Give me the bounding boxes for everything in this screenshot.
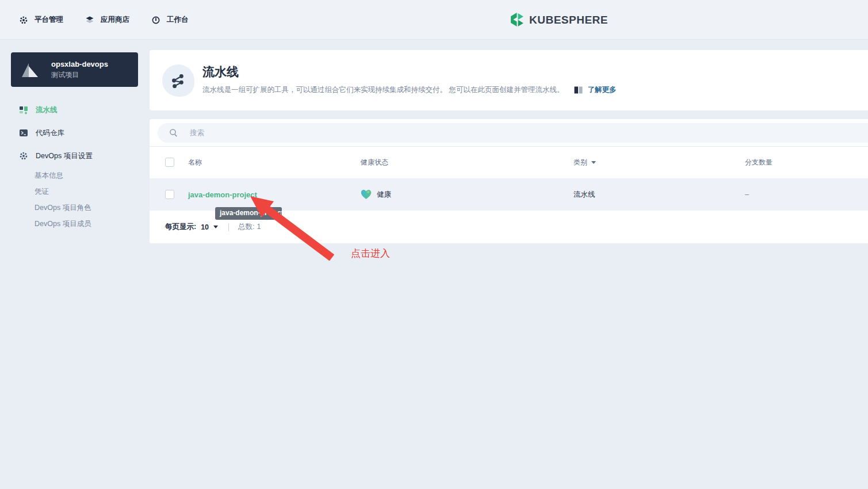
sidebar-item-code-repos[interactable]: 代码仓库 — [0, 121, 150, 144]
sidebar-menu: 流水线 代码仓库 DevOps 项目设置 基本信息 — [0, 98, 150, 232]
sort-caret-down-icon — [591, 161, 596, 164]
kubesphere-logo[interactable]: KUBESPHERE — [510, 12, 608, 28]
pipeline-name-link[interactable]: java-demon-project — [188, 190, 257, 199]
devops-project-icon — [20, 60, 40, 79]
sidebar-item-pipelines[interactable]: 流水线 — [0, 98, 150, 121]
appstore-icon — [85, 16, 94, 25]
subitem-label: 基本信息 — [35, 171, 63, 181]
table-row[interactable]: java-demon-project 健康 — [150, 178, 868, 211]
sidebar: opsxlab-devops 测试项目 流水线 — [0, 40, 150, 489]
logo-text: KUBESPHERE — [529, 14, 608, 26]
sidebar-item-label: 代码仓库 — [36, 128, 64, 138]
sidebar-item-devops-settings[interactable]: DevOps 项目设置 — [0, 144, 150, 167]
subitem-label: DevOps 项目成员 — [35, 219, 91, 229]
nav-appstore-label: 应用商店 — [101, 15, 129, 25]
per-page-select[interactable]: 10 — [201, 223, 218, 231]
gear-icon — [19, 16, 28, 25]
sidebar-subitem-basic-info[interactable]: 基本信息 — [0, 167, 150, 184]
sidebar-subitem-project-members[interactable]: DevOps 项目成员 — [0, 216, 150, 232]
table-header-row: 名称 健康状态 类别 分支数量 — [150, 147, 868, 178]
terminal-icon — [19, 128, 28, 137]
pager-divider — [228, 223, 229, 231]
select-all-checkbox[interactable] — [165, 158, 174, 167]
caret-down-icon — [213, 226, 218, 228]
total-value: 1 — [257, 223, 261, 231]
sidebar-subitem-credentials[interactable]: 凭证 — [0, 184, 150, 200]
project-selector-card[interactable]: opsxlab-devops 测试项目 — [11, 52, 138, 87]
search-section — [150, 119, 868, 147]
main-content: 流水线 流水线是一组可扩展的工具，可以通过组合它们来实现持续集成和持续交付。 您… — [150, 40, 868, 489]
pipeline-name-tooltip: java-demon-project — [215, 207, 282, 220]
kubesphere-logo-icon — [510, 12, 525, 28]
page-title: 流水线 — [202, 64, 239, 80]
nav-app-store[interactable]: 应用商店 — [85, 15, 129, 25]
subitem-label: DevOps 项目角色 — [35, 203, 91, 213]
column-header-branches: 分支数量 — [745, 158, 868, 167]
project-name: opsxlab-devops — [51, 59, 108, 69]
category-cell: 流水线 — [573, 190, 745, 200]
total-count: 总数:1 — [238, 222, 261, 232]
search-input[interactable] — [158, 123, 868, 143]
sidebar-subitem-project-roles[interactable]: DevOps 项目角色 — [0, 200, 150, 216]
row-checkbox[interactable] — [165, 190, 174, 199]
page-header-card: 流水线 流水线是一组可扩展的工具，可以通过组合它们来实现持续集成和持续交付。 您… — [150, 50, 868, 110]
column-header-health: 健康状态 — [361, 158, 573, 167]
workbench-icon — [151, 16, 160, 25]
health-heart-icon — [361, 189, 372, 200]
sidebar-item-label: 流水线 — [36, 105, 58, 115]
sidebar-item-label: DevOps 项目设置 — [36, 151, 93, 161]
branches-cell: – — [745, 190, 868, 198]
docs-book-icon — [574, 86, 583, 94]
page-description: 流水线是一组可扩展的工具，可以通过组合它们来实现持续集成和持续交付。 您可以在此… — [202, 85, 564, 95]
nav-platform-management[interactable]: 平台管理 — [19, 15, 63, 25]
pipeline-icon — [19, 105, 28, 114]
nav-platform-label: 平台管理 — [35, 15, 63, 25]
column-header-category[interactable]: 类别 — [573, 158, 745, 167]
health-status-cell: 健康 — [361, 189, 573, 200]
column-header-name: 名称 — [188, 158, 361, 167]
nav-workbench[interactable]: 工作台 — [151, 15, 189, 25]
per-page-value: 10 — [201, 223, 209, 231]
pipeline-list-card: 名称 健康状态 类别 分支数量 java-demon-project — [150, 119, 868, 243]
project-type: 测试项目 — [51, 70, 108, 80]
subitem-label: 凭证 — [35, 187, 49, 197]
topbar: 平台管理 应用商店 工作台 — [0, 0, 868, 40]
per-page-label: 每页显示: — [165, 222, 196, 232]
learn-more-link[interactable]: 了解更多 — [574, 85, 616, 95]
pipeline-header-icon — [162, 64, 194, 97]
gear-icon — [19, 151, 28, 161]
total-label: 总数: — [238, 223, 254, 231]
kubesphere-devops-page: 平台管理 应用商店 工作台 — [0, 0, 868, 489]
health-status-text: 健康 — [377, 190, 391, 200]
nav-workbench-label: 工作台 — [167, 15, 189, 25]
